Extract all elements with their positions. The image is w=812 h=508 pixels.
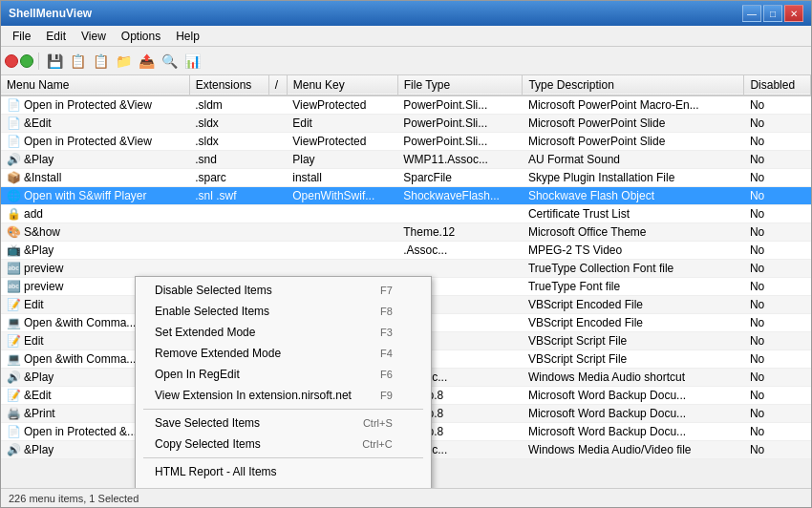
cell-file-type: ShockwaveFlash... [397,187,523,205]
context-menu: Disable Selected ItemsF7Enable Selected … [135,276,432,488]
cell-menu-name: 🔤preview [1,260,189,278]
context-menu-item[interactable]: View Extension In extension.nirsoft.netF… [136,385,431,406]
cell-type-desc: Microsoft Word Backup Docu... [523,423,744,441]
cell-menu-key [287,205,397,223]
cell-sort [268,187,287,205]
cell-file-type: .Assoc... [397,242,523,260]
context-menu-item-label: Enable Selected Items [155,305,269,318]
cell-disabled: No [744,387,811,405]
save-button[interactable]: 💾 [44,51,65,72]
table-row[interactable]: 🔒add Certificate Trust List No [1,205,811,223]
table-row[interactable]: 📺&Play .Assoc... MPEG-2 TS Video No [1,242,811,260]
col-menu-key[interactable]: Menu Key [287,75,397,95]
cell-menu-key [287,242,397,260]
cell-type-desc: Microsoft PowerPoint Slide [523,115,744,133]
cell-extensions: .snd [189,151,268,169]
open-button[interactable]: 📁 [113,51,134,72]
toolbar: 💾 📋 📋 📁 📤 🔍 📊 [1,47,811,75]
context-menu-separator [143,457,423,458]
context-menu-shortcut: F3 [380,327,393,338]
col-extensions[interactable]: Extensions [189,75,268,95]
cell-disabled: No [744,423,811,441]
cell-sort [268,115,287,133]
menu-help[interactable]: Help [168,28,207,44]
cell-disabled: No [744,296,811,314]
export-button[interactable]: 📤 [136,51,157,72]
context-menu-item-label: Copy Selected Items [155,437,261,451]
status-bar: 226 menu items, 1 Selected [1,488,811,507]
cell-disabled: No [744,223,811,242]
table-row[interactable]: 🔊&Play .snd Play WMP11.Assoc... AU Forma… [1,151,811,169]
cell-extensions [189,205,268,223]
context-menu-item[interactable]: HTML Report - All Items [136,461,431,482]
col-sort[interactable]: / [268,75,287,95]
table-row[interactable]: 🔤preview TrueType Collection Font file N… [1,260,811,278]
context-menu-shortcut: Ctrl+S [363,417,393,429]
cell-disabled: No [744,115,811,133]
menu-bar: File Edit View Options Help [1,26,811,47]
table-row[interactable]: 📄&Edit .sldx Edit PowerPoint.Sli... Micr… [1,115,811,133]
table-row[interactable]: 📄Open in Protected &View .sldx ViewProte… [1,133,811,151]
cell-type-desc: Skype Plugin Installation File [523,169,744,187]
cell-sort [268,205,287,223]
cell-disabled: No [744,278,811,296]
cell-menu-name: 🔒add [1,205,189,223]
cell-file-type: PowerPoint.Sli... [397,115,523,133]
cell-menu-name: 📦&Install [1,169,189,187]
context-menu-item[interactable]: Save Selected ItemsCtrl+S [136,413,431,434]
context-menu-item[interactable]: Copy Selected ItemsCtrl+C [136,434,431,455]
menu-options[interactable]: Options [114,28,168,44]
context-menu-item-label: HTML Report - Selected Items [155,486,310,488]
table-row[interactable]: 🎨S&how Theme.12 Microsoft Office Theme N… [1,223,811,242]
col-type-desc[interactable]: Type Description [523,75,744,95]
context-menu-item[interactable]: HTML Report - Selected Items [136,482,431,488]
report-button[interactable]: 📊 [182,51,203,72]
cell-type-desc: VBScript Script File [523,350,744,369]
cell-type-desc: Microsoft Word Backup Docu... [523,405,744,423]
cell-disabled: No [744,133,811,151]
close-button[interactable]: ✕ [784,5,803,22]
maximize-button[interactable]: □ [763,5,782,22]
toolbar-separator [38,53,39,70]
cell-menu-name: 🎨S&how [1,223,189,242]
search-button[interactable]: 🔍 [159,51,180,72]
cell-menu-key: Play [287,151,397,169]
cell-type-desc: Shockwave Flash Object [523,187,744,205]
context-menu-shortcut: F8 [380,306,393,317]
cell-extensions [189,260,268,278]
table-row[interactable]: 📦&Install .sparc install SparcFile Skype… [1,169,811,187]
col-disabled[interactable]: Disabled [744,75,811,95]
paste-button[interactable]: 📋 [90,51,111,72]
context-menu-item-label: Remove Extended Mode [155,347,281,360]
menu-edit[interactable]: Edit [38,28,74,44]
context-menu-item[interactable]: Set Extended ModeF3 [136,322,431,343]
col-file-type[interactable]: File Type [397,75,523,95]
menu-view[interactable]: View [74,28,114,44]
cell-file-type: PowerPoint.Sli... [397,95,523,115]
main-content: Menu Name Extensions / Menu Key File Typ… [1,75,811,488]
cell-type-desc: TrueType Collection Font file [523,260,744,278]
context-menu-item[interactable]: Disable Selected ItemsF7 [136,280,431,301]
cell-menu-name: 📺&Play [1,242,189,260]
cell-type-desc: MPEG-2 TS Video [523,242,744,260]
cell-type-desc: Microsoft PowerPoint Slide [523,133,744,151]
cell-menu-key: ViewProtected [287,133,397,151]
menu-file[interactable]: File [5,28,38,44]
context-menu-shortcut: F9 [380,390,393,401]
context-menu-item-label: Disable Selected Items [155,284,272,297]
table-row[interactable]: 📄Open in Protected &View .sldm ViewProte… [1,95,811,115]
copy-button[interactable]: 📋 [67,51,88,72]
status-text: 226 menu items, 1 Selected [9,493,139,504]
cell-type-desc: VBScript Script File [523,332,744,350]
cell-disabled: No [744,314,811,332]
context-menu-item[interactable]: Remove Extended ModeF4 [136,343,431,364]
minimize-button[interactable]: — [742,5,761,22]
cell-file-type: SparcFile [397,169,523,187]
cell-type-desc: Microsoft Word Backup Docu... [523,387,744,405]
context-menu-item[interactable]: Open In RegEditF6 [136,364,431,385]
col-menu-name[interactable]: Menu Name [1,75,189,95]
context-menu-item-label: Save Selected Items [155,416,260,430]
table-row[interactable]: 🌐Open with S&wiff Player .snl .swf OpenW… [1,187,811,205]
context-menu-item[interactable]: Enable Selected ItemsF8 [136,301,431,322]
cell-disabled: No [744,405,811,423]
